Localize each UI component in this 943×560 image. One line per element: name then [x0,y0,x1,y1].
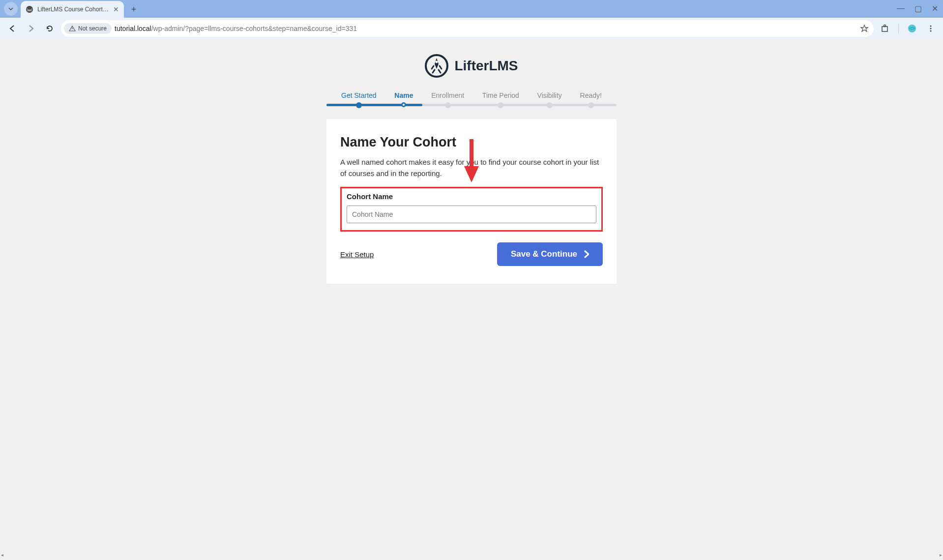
security-label: Not secure [78,25,107,32]
back-button[interactable] [5,21,20,36]
maximize-button[interactable]: ▢ [914,4,922,13]
step-name[interactable]: Name [394,91,413,108]
profile-button[interactable] [905,21,919,36]
reload-button[interactable] [42,21,57,36]
step-label: Time Period [482,91,519,99]
setup-card: Name Your Cohort A well named cohort mak… [326,119,617,284]
close-window-button[interactable]: ✕ [932,4,938,13]
url-text: tutorial.local/wp-admin/?page=llms-cours… [115,25,854,32]
svg-point-4 [884,25,886,27]
step-dot [401,102,406,107]
step-label: Name [394,91,413,99]
step-get-started[interactable]: Get Started [341,91,377,108]
lifterlms-icon [425,54,448,78]
highlighted-field-group: Cohort Name [340,187,603,232]
page-body: LifterLMS Get StartedNameEnrollmentTime … [0,39,943,560]
warning-icon [69,25,76,32]
step-label: Enrollment [431,91,464,99]
browser-tab-strip: LifterLMS Course Cohorts ‹ tuto ✕ + — ▢ … [0,0,943,18]
step-time-period[interactable]: Time Period [482,91,519,108]
new-tab-button[interactable]: + [127,2,141,16]
svg-rect-3 [882,27,887,31]
step-dot [356,102,362,108]
close-icon[interactable]: ✕ [113,5,119,13]
cohort-name-input[interactable] [347,206,596,223]
tab-title: LifterLMS Course Cohorts ‹ tuto [37,6,109,13]
step-label: Ready! [580,91,602,99]
globe-icon [907,24,917,33]
step-dot [547,102,553,108]
wordpress-icon [26,5,33,13]
svg-point-8 [930,30,932,32]
step-dot [445,102,451,108]
save-continue-label: Save & Continue [511,249,577,259]
scroll-right-indicator[interactable]: ▸ [940,552,942,560]
menu-button[interactable] [923,21,938,36]
address-bar[interactable]: Not secure tutorial.local/wp-admin/?page… [61,20,874,37]
star-icon [860,24,869,33]
logo-text: LifterLMS [454,58,518,74]
minimize-button[interactable]: — [897,4,905,13]
forward-button[interactable] [24,21,38,36]
step-ready-[interactable]: Ready! [580,91,602,108]
step-enrollment[interactable]: Enrollment [431,91,464,108]
browser-tab[interactable]: LifterLMS Course Cohorts ‹ tuto ✕ [21,1,124,18]
window-controls: — ▢ ✕ [897,4,938,13]
step-dot [498,102,503,108]
chevron-right-icon [584,250,589,258]
card-actions: Exit Setup Save & Continue [340,242,603,266]
page-description: A well named cohort makes it easy for yo… [340,157,603,179]
step-label: Get Started [341,91,377,99]
reload-icon [45,24,54,33]
extensions-button[interactable] [878,21,892,36]
scroll-left-indicator[interactable]: ◂ [1,552,3,560]
separator [898,24,899,33]
tab-search-dropdown[interactable] [4,2,18,16]
security-chip[interactable]: Not secure [64,23,112,34]
logo: LifterLMS [326,54,617,78]
svg-point-2 [72,29,72,30]
puzzle-icon [881,24,889,33]
exit-setup-link[interactable]: Exit Setup [340,250,374,259]
arrow-right-icon [27,24,35,33]
arrow-left-icon [8,24,17,33]
svg-point-10 [436,61,438,63]
svg-point-7 [930,28,932,29]
chevron-down-icon [8,6,14,12]
scroll-corners: ◂ ▸ [0,552,943,560]
save-continue-button[interactable]: Save & Continue [497,242,603,266]
browser-toolbar: Not secure tutorial.local/wp-admin/?page… [0,18,943,39]
svg-point-6 [930,26,932,27]
cohort-name-label: Cohort Name [347,192,596,201]
page-title: Name Your Cohort [340,135,603,150]
dots-vertical-icon [927,25,935,32]
step-dot [588,102,594,108]
step-label: Visibility [537,91,562,99]
step-indicator: Get StartedNameEnrollmentTime PeriodVisi… [326,88,617,108]
step-visibility[interactable]: Visibility [537,91,562,108]
bookmark-button[interactable] [857,21,872,36]
